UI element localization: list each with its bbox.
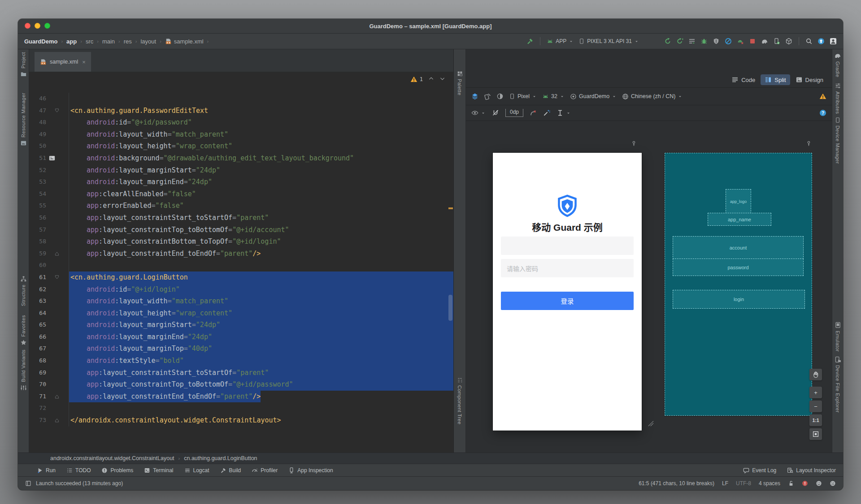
code-line-47[interactable]: 47<cn.authing.guard.PasswordEditText <box>29 105 453 117</box>
blueprint-preview[interactable]: app_logoapp_nameaccountpasswordlogin <box>665 153 812 416</box>
code-line-50[interactable]: 50android:layout_height="wrap_content" <box>29 140 453 152</box>
avd-manager-button[interactable] <box>785 38 792 45</box>
code-line-72[interactable]: 72 <box>29 402 453 414</box>
design-surface-button[interactable] <box>471 93 478 100</box>
code-line-66[interactable]: 66android:layout_marginEnd="24dp" <box>29 331 453 343</box>
tool-window-button-build[interactable]: Build <box>220 467 241 474</box>
fold-marker[interactable] <box>54 108 60 113</box>
sidebar-item-build-variants[interactable]: Build Variants <box>20 349 27 391</box>
login-button[interactable]: 登录 <box>501 292 634 310</box>
device-select-select[interactable]: Pixel <box>509 93 537 99</box>
tool-window-button-event-log[interactable]: Event Log <box>743 467 776 474</box>
tool-window-button-todo[interactable]: TODO <box>66 467 91 474</box>
code-line-56[interactable]: 56app:layout_constraintStart_toStartOf="… <box>29 212 453 224</box>
view-mode-code[interactable]: Code <box>727 74 759 85</box>
editor-scrollbar[interactable] <box>448 295 452 321</box>
orientation-button[interactable] <box>484 93 491 100</box>
breadcrumb-item-main[interactable]: main <box>102 38 115 45</box>
render-warning-button[interactable] <box>819 93 826 100</box>
autoconnect-off-button[interactable] <box>492 109 499 116</box>
design-surface[interactable]: 移动 Guard 示例 请输入密码 登录 app_logoapp_nameacc… <box>466 121 832 452</box>
run-config-select[interactable]: APP <box>547 38 574 45</box>
panel-tab-palette[interactable]: Palette <box>457 71 463 95</box>
sidebar-item-device-file-explorer[interactable]: Device File Explorer <box>835 356 841 413</box>
code-line-51[interactable]: 51android:background="@drawable/authing_… <box>29 152 453 164</box>
close-window-button[interactable] <box>25 23 30 29</box>
fold-marker[interactable] <box>54 251 60 256</box>
zoom-to-fit-button[interactable] <box>809 428 822 440</box>
lock-icon[interactable] <box>788 480 794 487</box>
password-input[interactable]: 请输入密码 <box>501 259 634 277</box>
tool-window-button-terminal[interactable]: Terminal <box>144 467 173 474</box>
code-line-49[interactable]: 49android:layout_width="match_parent" <box>29 129 453 141</box>
api-select-select[interactable]: 32 <box>542 93 565 100</box>
tool-window-button-layout-inspector[interactable]: Layout Inspector <box>787 467 836 474</box>
breadcrumb-item-layout[interactable]: layout <box>140 38 156 45</box>
code-line-71[interactable]: 71app:layout_constraintEnd_toEndOf="pare… <box>29 391 453 403</box>
view-options-button[interactable] <box>471 109 486 116</box>
code-line-70[interactable]: 70app:layout_constraintTop_toBottomOf="@… <box>29 379 453 391</box>
sidebar-item-resource-manager[interactable]: Resource Manager <box>20 93 27 146</box>
updates-button[interactable] <box>818 38 825 45</box>
night-mode-button[interactable] <box>496 93 504 100</box>
xml-breadcrumb-item[interactable]: cn.authing.guard.LoginButton <box>184 455 257 461</box>
search-everywhere-button[interactable] <box>805 38 813 45</box>
xml-breadcrumb-item[interactable]: androidx.constraintlayout.widget.Constra… <box>50 455 174 461</box>
tool-window-toggle-icon[interactable] <box>25 480 31 487</box>
fold-marker[interactable] <box>54 394 60 399</box>
help-button[interactable]: ? <box>819 109 826 116</box>
locale-select-select[interactable]: Chinese (zh / CN) <box>622 93 683 100</box>
breadcrumb-item-src[interactable]: src <box>86 38 93 45</box>
code-line-60[interactable]: 60 <box>29 259 453 271</box>
sidebar-item-emulator[interactable]: Emulator <box>835 322 841 352</box>
code-line-58[interactable]: 58app:layout_constraintBottom_toTopOf="@… <box>29 236 453 248</box>
tool-window-button-logcat[interactable]: Logcat <box>184 467 209 474</box>
line-separator[interactable]: LF <box>722 480 728 487</box>
device-manager-button[interactable] <box>773 38 780 45</box>
align-button[interactable] <box>557 109 571 116</box>
tool-window-button-problems[interactable]: Problems <box>101 467 133 474</box>
code-line-46[interactable]: 46 <box>29 93 453 105</box>
code-line-64[interactable]: 64android:layout_height="wrap_content" <box>29 307 453 319</box>
breadcrumb-item-sample.xml[interactable]: sample.xml <box>165 38 204 45</box>
panel-tab-component-tree[interactable]: Component Tree <box>457 377 463 425</box>
close-tab-icon[interactable]: × <box>82 59 86 65</box>
sidebar-item-structure[interactable]: Structure <box>20 276 27 306</box>
apply-code-changes-button[interactable] <box>676 38 683 45</box>
code-line-68[interactable]: 68android:textStyle="bold" <box>29 355 453 367</box>
app-name-text[interactable]: 移动 Guard 示例 <box>493 220 642 233</box>
code-line-55[interactable]: 55app:errorEnabled="false" <box>29 200 453 212</box>
infer-constraints-button[interactable] <box>543 109 550 116</box>
breadcrumb-item-GuardDemo[interactable]: GuardDemo <box>24 38 57 45</box>
view-mode-design[interactable]: Design <box>791 74 827 85</box>
zoom-ratio-button[interactable]: 1:1 <box>809 414 822 426</box>
breadcrumb-item-res[interactable]: res <box>124 38 132 45</box>
code-line-57[interactable]: 57app:layout_constraintTop_toBottomOf="@… <box>29 224 453 236</box>
code-line-63[interactable]: 63android:layout_width="match_parent" <box>29 295 453 307</box>
sidebar-item-gradle[interactable]: Gradle <box>834 52 841 77</box>
warnings-badge[interactable]: 1 <box>410 76 423 83</box>
sidebar-item-project[interactable]: Project <box>20 52 27 78</box>
layout-preview[interactable]: 移动 Guard 示例 请输入密码 登录 <box>493 153 642 431</box>
account-input[interactable] <box>501 237 634 255</box>
code-line-73[interactable]: 73</androidx.constraintlayout.widget.Con… <box>29 414 453 426</box>
code-line-53[interactable]: 53android:layout_marginEnd="24dp" <box>29 176 453 188</box>
previous-warning-button[interactable] <box>428 76 434 83</box>
sidebar-item-favorites[interactable]: Favorites <box>20 315 27 346</box>
blueprint-box-password[interactable]: password <box>673 258 804 276</box>
caret-position[interactable]: 61:5 (471 chars, 10 line breaks) <box>639 480 714 487</box>
device-select[interactable]: PIXEL 3 XL API 31 <box>578 38 639 44</box>
warning-stripe-mark[interactable] <box>448 207 453 209</box>
titlebar[interactable]: GuardDemo – sample.xml [GuardDemo.app] <box>18 19 843 34</box>
indent-setting[interactable]: 4 spaces <box>759 480 780 487</box>
code-line-54[interactable]: 54app:clearAllEnabled="false" <box>29 188 453 200</box>
error-badge-icon[interactable] <box>802 480 808 487</box>
build-hammer-button[interactable] <box>526 38 534 45</box>
stop-button[interactable] <box>749 38 756 45</box>
next-warning-button[interactable] <box>439 76 445 83</box>
code-line-65[interactable]: 65android:layout_marginStart="24dp" <box>29 319 453 331</box>
tool-window-button-profiler[interactable]: Profiler <box>252 467 278 474</box>
default-margin-selector[interactable]: 0dp <box>505 109 523 117</box>
blueprint-box-app_name[interactable]: app_name <box>708 213 771 226</box>
blueprint-box-login[interactable]: login <box>673 290 805 309</box>
